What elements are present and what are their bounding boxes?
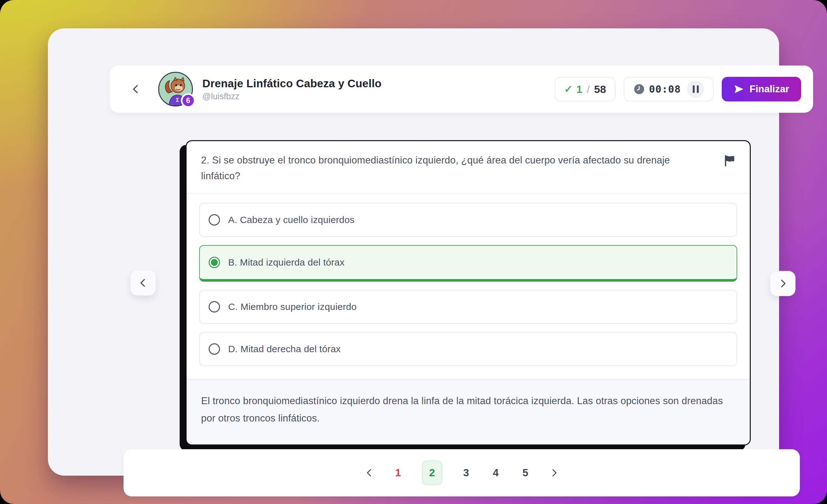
option-a-label: A. Cabeza y cuello izquierdos bbox=[228, 214, 354, 225]
pagination-next-button[interactable] bbox=[549, 468, 559, 477]
screen: Σ 6 Drenaje Linfático Cabeza y Cuello @l… bbox=[0, 0, 827, 504]
prev-question-button[interactable] bbox=[131, 270, 156, 296]
clock-icon bbox=[633, 83, 645, 95]
page-button-1[interactable]: 1 bbox=[392, 467, 404, 479]
page-button-5[interactable]: 5 bbox=[520, 467, 531, 479]
radio-checked-icon bbox=[209, 257, 220, 268]
flag-icon bbox=[723, 154, 736, 167]
option-b-label: B. Mitad izquierda del tórax bbox=[228, 257, 344, 268]
avatar: Σ 6 bbox=[158, 72, 193, 106]
chevron-left-icon bbox=[364, 468, 374, 477]
radio-unchecked-icon bbox=[209, 301, 220, 312]
page-button-3[interactable]: 3 bbox=[460, 467, 472, 479]
page-button-4[interactable]: 4 bbox=[490, 467, 501, 479]
radio-unchecked-icon bbox=[209, 214, 220, 225]
pause-icon bbox=[693, 85, 695, 93]
finish-button[interactable]: Finalizar bbox=[722, 77, 801, 101]
chevron-left-icon bbox=[131, 84, 141, 95]
total-count: 58 bbox=[594, 83, 606, 95]
next-question-button[interactable] bbox=[770, 271, 795, 296]
option-c[interactable]: C. Miembro superior izquierdo bbox=[199, 290, 737, 324]
radio-unchecked-icon bbox=[209, 343, 220, 355]
timer-value: 00:08 bbox=[649, 83, 681, 95]
chevron-left-icon bbox=[138, 278, 148, 288]
options-list: A. Cabeza y cuello izquierdos B. Mitad i… bbox=[187, 193, 750, 379]
timer-pill: 00:08 bbox=[624, 77, 714, 101]
page-button-2-active[interactable]: 2 bbox=[422, 460, 442, 485]
finish-button-label: Finalizar bbox=[749, 84, 789, 95]
app-window: Σ 6 Drenaje Linfático Cabeza y Cuello @l… bbox=[48, 28, 779, 476]
pagination: 1 2 3 4 5 bbox=[124, 449, 800, 496]
level-badge: 6 bbox=[181, 93, 195, 108]
option-b[interactable]: B. Mitad izquierda del tórax bbox=[199, 245, 737, 282]
flag-question-button[interactable] bbox=[723, 154, 736, 169]
header-actions: ✓ 1 / 58 00:08 Fin bbox=[555, 77, 801, 101]
option-d[interactable]: D. Mitad derecha del tórax bbox=[199, 332, 737, 366]
question-header: 2. Si se obstruye el tronco bronquiomedi… bbox=[187, 141, 750, 193]
answered-count: 1 bbox=[576, 83, 582, 95]
explanation-text: El tronco bronquiomediastínico izquierdo… bbox=[187, 379, 750, 445]
chevron-right-icon bbox=[549, 468, 559, 477]
chevron-right-icon bbox=[778, 279, 788, 289]
progress-counter: ✓ 1 / 58 bbox=[555, 77, 616, 101]
option-d-label: D. Mitad derecha del tórax bbox=[228, 344, 341, 354]
pause-button[interactable] bbox=[687, 81, 704, 98]
send-icon bbox=[734, 84, 744, 94]
quiz-title: Drenaje Linfático Cabeza y Cuello bbox=[202, 77, 382, 90]
back-button[interactable] bbox=[129, 82, 143, 96]
header: Σ 6 Drenaje Linfático Cabeza y Cuello @l… bbox=[110, 65, 813, 113]
quiz-author: @luisfbzz bbox=[202, 92, 382, 101]
option-c-label: C. Miembro superior izquierdo bbox=[228, 301, 357, 312]
title-block: Drenaje Linfático Cabeza y Cuello @luisf… bbox=[202, 77, 382, 101]
option-a[interactable]: A. Cabeza y cuello izquierdos bbox=[199, 203, 737, 237]
check-icon: ✓ bbox=[564, 83, 573, 95]
question-card: 2. Si se obstruye el tronco bronquiomedi… bbox=[186, 140, 751, 445]
pagination-prev-button[interactable] bbox=[364, 468, 374, 477]
question-text: 2. Si se obstruye el tronco bronquiomedi… bbox=[201, 152, 699, 184]
progress-separator: / bbox=[586, 83, 590, 95]
svg-text:Σ: Σ bbox=[176, 97, 179, 103]
